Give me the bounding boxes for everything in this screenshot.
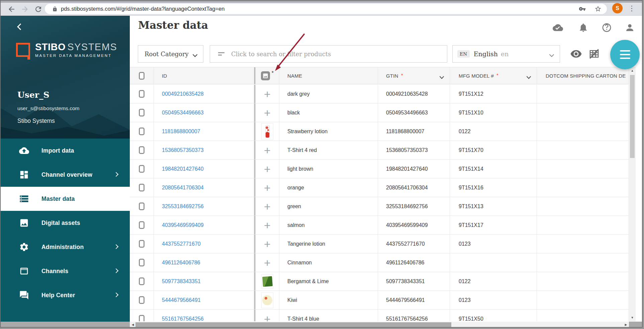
add-image-icon[interactable]: +: [264, 314, 271, 322]
product-id-link[interactable]: 00049210635428: [162, 91, 204, 97]
add-image-icon[interactable]: +: [264, 220, 271, 230]
mfg-model-cell[interactable]: 9T151X70: [450, 141, 537, 159]
mfg-model-cell[interactable]: 0122: [450, 122, 537, 141]
url-text[interactable]: pds.stibosystems.com/#/grid/master-data?…: [61, 6, 224, 12]
column-header-name[interactable]: NAME: [279, 67, 378, 84]
help-icon[interactable]: [602, 22, 612, 33]
sidebar-item-help-center[interactable]: Help Center: [1, 283, 130, 307]
scroll-up-arrow-icon[interactable]: ▲: [629, 68, 636, 74]
address-bar[interactable]: pds.stibosystems.com/#/grid/master-data?…: [45, 4, 607, 14]
search-input[interactable]: [231, 51, 441, 58]
dotcom-shipping-cell[interactable]: [537, 272, 629, 291]
user-profile-icon[interactable]: [625, 22, 635, 33]
mfg-model-cell[interactable]: 0123: [450, 291, 537, 309]
add-image-icon[interactable]: +: [264, 201, 271, 212]
product-search-box[interactable]: [210, 45, 447, 63]
bookmark-star-icon[interactable]: [594, 5, 602, 12]
product-id-link[interactable]: 15368057350373: [162, 147, 204, 153]
mfg-model-cell[interactable]: 0122: [450, 272, 537, 291]
scroll-left-arrow-icon[interactable]: ◀: [130, 322, 136, 328]
dotcom-shipping-cell[interactable]: [537, 122, 629, 141]
gtin-cell[interactable]: 5444679566491: [378, 291, 450, 309]
gtin-cell[interactable]: 19848201427640: [378, 160, 450, 178]
gtin-cell[interactable]: 00049210635428: [378, 85, 450, 103]
name-cell[interactable]: T-Shirt 4 blue: [279, 310, 378, 321]
add-image-icon[interactable]: +: [264, 258, 271, 268]
name-cell[interactable]: Bergamot & Lime: [279, 272, 378, 291]
row-checkbox[interactable]: [139, 128, 145, 135]
gtin-cell[interactable]: 4437552771670: [378, 235, 450, 253]
column-header-gtin[interactable]: GTIN*: [378, 67, 450, 84]
add-image-icon[interactable]: +: [264, 239, 271, 249]
scroll-right-arrow-icon[interactable]: ▶: [623, 322, 629, 328]
name-cell[interactable]: green: [279, 197, 378, 216]
horizontal-scrollbar-thumb[interactable]: [135, 322, 451, 327]
product-id-link[interactable]: 5097738343351: [162, 278, 201, 284]
preview-eye-icon[interactable]: [569, 49, 583, 59]
column-menu-chevron-icon[interactable]: [439, 74, 444, 77]
scroll-down-arrow-icon[interactable]: ▼: [629, 315, 636, 321]
name-cell[interactable]: Cinnamon: [279, 253, 378, 272]
sidebar-item-administration[interactable]: Administration: [1, 235, 130, 259]
dotcom-shipping-cell[interactable]: [537, 103, 629, 122]
gtin-cell[interactable]: 4961126406786: [378, 253, 450, 272]
add-image-icon[interactable]: +: [264, 108, 271, 118]
product-id-link[interactable]: 19848201427640: [162, 166, 204, 172]
select-all-checkbox[interactable]: [139, 72, 145, 80]
row-checkbox[interactable]: [139, 146, 145, 154]
mfg-model-cell[interactable]: 9T151X17: [450, 216, 537, 234]
row-checkbox[interactable]: [139, 90, 145, 98]
name-cell[interactable]: Strawberry lotion: [279, 122, 378, 141]
grid-view-toggle-icon[interactable]: [588, 48, 600, 60]
cloud-sync-icon[interactable]: [553, 22, 563, 33]
row-checkbox[interactable]: [139, 202, 145, 210]
kiwi-thumbnail[interactable]: [261, 292, 273, 308]
dotcom-shipping-cell[interactable]: [537, 197, 629, 216]
dotcom-shipping-cell[interactable]: [537, 178, 629, 197]
product-id-link[interactable]: 05049534496663: [162, 110, 204, 116]
dotcom-shipping-cell[interactable]: [537, 85, 629, 103]
row-checkbox[interactable]: [139, 315, 145, 321]
horizontal-scrollbar[interactable]: ◀ ▶: [130, 322, 629, 328]
password-key-icon[interactable]: [579, 5, 586, 12]
product-id-link[interactable]: 4437552771670: [162, 241, 201, 247]
mfg-model-cell[interactable]: 9T151X16: [450, 178, 537, 197]
name-cell[interactable]: Tangerine lotion: [279, 235, 378, 253]
mfg-model-cell[interactable]: 9T151X14: [450, 160, 537, 178]
dotcom-shipping-cell[interactable]: [537, 160, 629, 178]
row-checkbox[interactable]: [139, 184, 145, 191]
row-checkbox[interactable]: [139, 221, 145, 229]
browser-forward-button[interactable]: [21, 5, 29, 13]
column-header-id[interactable]: ID: [154, 67, 254, 84]
sidebar-collapse-icon[interactable]: [17, 23, 24, 30]
product-id-link[interactable]: 20805641706304: [162, 185, 204, 191]
gtin-cell[interactable]: 15368057350373: [378, 141, 450, 159]
vertical-scrollbar[interactable]: ▲ ▼: [629, 67, 636, 321]
mfg-model-cell[interactable]: 9T151X10: [450, 103, 537, 122]
row-checkbox[interactable]: [139, 109, 145, 116]
row-checkbox[interactable]: [139, 277, 145, 285]
row-checkbox[interactable]: [139, 165, 145, 173]
sidebar-item-channel-overview[interactable]: Channel overview: [1, 163, 130, 187]
product-id-link[interactable]: 40395469599409: [162, 222, 204, 228]
name-cell[interactable]: T-Shirt 4 red: [279, 141, 378, 159]
vertical-scrollbar-thumb[interactable]: [630, 75, 635, 158]
column-menu-chevron-icon[interactable]: [526, 74, 531, 77]
column-header-image[interactable]: *: [256, 67, 279, 84]
mfg-model-cell[interactable]: [450, 253, 537, 272]
name-cell[interactable]: orange: [279, 178, 378, 197]
dotcom-shipping-cell[interactable]: [537, 253, 629, 272]
actions-menu-fab[interactable]: [610, 40, 640, 69]
frozen-column-divider[interactable]: [254, 67, 255, 84]
gtin-cell[interactable]: 5097738343351: [378, 272, 450, 291]
category-select[interactable]: Root Category: [138, 45, 203, 63]
name-cell[interactable]: light brown: [279, 160, 378, 178]
strawberry-lotion-thumbnail[interactable]: [261, 123, 273, 140]
column-header-dotcom-shipping[interactable]: DOTCOM SHIPPING CARTON DE: [537, 67, 629, 84]
gtin-cell[interactable]: 05049534496663: [378, 103, 450, 122]
language-select[interactable]: EN English en: [452, 45, 560, 63]
bergamot-lime-thumbnail[interactable]: [261, 274, 273, 289]
dotcom-shipping-cell[interactable]: [537, 291, 629, 309]
sidebar-item-channels[interactable]: Channels: [1, 259, 130, 283]
row-checkbox[interactable]: [139, 296, 145, 304]
